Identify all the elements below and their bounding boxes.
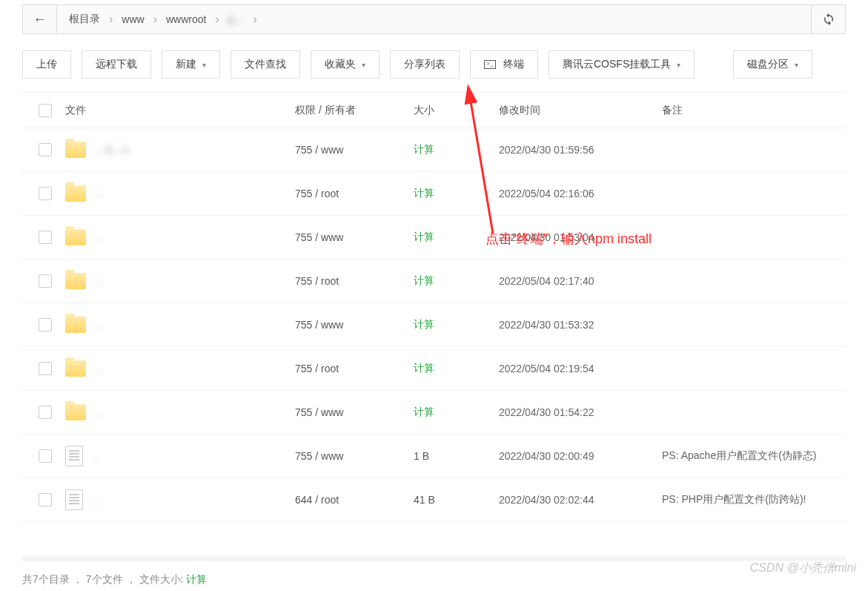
file-name[interactable]: … bbox=[90, 450, 135, 462]
terminal-button[interactable]: 终端 bbox=[470, 50, 538, 79]
crumb-redacted[interactable]: p… bbox=[224, 13, 249, 25]
file-name[interactable]: … bbox=[93, 275, 138, 287]
disk-partition-button[interactable]: 磁盘分区▾ bbox=[733, 50, 812, 79]
modified-time: 2022/05/04 02:16:06 bbox=[493, 188, 656, 199]
col-remark[interactable]: 备注 bbox=[656, 104, 846, 117]
file-count: 7个文件 bbox=[86, 573, 123, 587]
file-name[interactable]: … bbox=[93, 231, 138, 243]
cosfs-label: 腾讯云COSFS挂载工具 bbox=[563, 58, 671, 71]
size-cell: 41 B bbox=[408, 494, 493, 506]
folder-icon bbox=[65, 229, 86, 245]
horizontal-scrollbar[interactable] bbox=[22, 555, 846, 561]
folder-icon bbox=[65, 404, 86, 420]
size-cell: 1 B bbox=[408, 450, 493, 462]
perm-owner[interactable]: 755 / root bbox=[289, 275, 408, 287]
perm-owner[interactable]: 755 / root bbox=[289, 188, 408, 199]
terminal-icon bbox=[484, 60, 496, 69]
chevron-down-icon: ▾ bbox=[202, 61, 206, 69]
perm-owner[interactable]: 755 / www bbox=[289, 231, 408, 243]
modified-time: 2022/05/04 02:19:54 bbox=[493, 363, 656, 374]
col-name[interactable]: 文件 bbox=[59, 104, 289, 117]
file-name[interactable]: … bbox=[93, 363, 138, 374]
upload-button[interactable]: 上传 bbox=[22, 50, 71, 79]
crumb-root[interactable]: 根目录 bbox=[64, 13, 105, 26]
share-list-button[interactable]: 分享列表 bbox=[390, 50, 460, 79]
row-checkbox[interactable] bbox=[39, 187, 52, 200]
file-search-label: 文件查找 bbox=[245, 58, 286, 71]
row-checkbox[interactable] bbox=[39, 274, 52, 288]
file-name[interactable]: … bbox=[90, 494, 135, 506]
col-perm[interactable]: 权限 / 所有者 bbox=[289, 104, 408, 117]
remote-download-button[interactable]: 远程下载 bbox=[82, 50, 151, 79]
row-checkbox[interactable] bbox=[39, 318, 52, 331]
table-row[interactable]: …755 / www计算2022/04/30 01:53:32 bbox=[22, 303, 846, 347]
table-row[interactable]: …-k…n755 / www计算2022/04/30 01:59:56 bbox=[22, 128, 846, 172]
chevron-right-icon: › bbox=[106, 13, 116, 26]
table-row[interactable]: …755 / www1 B2022/04/30 02:00:49PS: Apac… bbox=[22, 435, 846, 478]
path-bar: ← 根目录 › www › wwwroot › p… › bbox=[22, 4, 846, 34]
size-calc-link[interactable]: 计算 bbox=[186, 573, 207, 587]
select-all-checkbox[interactable] bbox=[39, 104, 52, 117]
table-row[interactable]: …644 / root41 B2022/04/30 02:02:44PS: PH… bbox=[22, 478, 846, 522]
row-checkbox[interactable] bbox=[39, 449, 52, 463]
file-name[interactable]: … bbox=[93, 319, 138, 331]
size-cell[interactable]: 计算 bbox=[408, 318, 493, 331]
cosfs-button[interactable]: 腾讯云COSFS挂载工具▾ bbox=[549, 50, 695, 79]
share-list-label: 分享列表 bbox=[404, 58, 445, 71]
favorites-button[interactable]: 收藏夹▾ bbox=[311, 50, 380, 79]
row-checkbox[interactable] bbox=[39, 362, 52, 375]
perm-owner[interactable]: 755 / www bbox=[289, 450, 408, 462]
chevron-down-icon: ▾ bbox=[795, 61, 798, 69]
size-cell[interactable]: 计算 bbox=[408, 362, 493, 375]
arrow-left-icon: ← bbox=[33, 12, 47, 27]
dir-count: 共7个目录 bbox=[22, 573, 70, 587]
col-mtime[interactable]: 修改时间 bbox=[493, 104, 656, 117]
size-cell[interactable]: 计算 bbox=[408, 143, 493, 156]
perm-owner[interactable]: 644 / root bbox=[289, 494, 408, 506]
folder-icon bbox=[65, 142, 86, 158]
crumb-www[interactable]: www bbox=[117, 13, 148, 25]
perm-owner[interactable]: 755 / www bbox=[289, 144, 408, 156]
table-row[interactable]: …755 / root计算2022/05/04 02:17:40 bbox=[22, 260, 846, 303]
breadcrumb: 根目录 › www › wwwroot › p… › bbox=[57, 5, 811, 33]
folder-icon bbox=[65, 273, 86, 289]
perm-owner[interactable]: 755 / www bbox=[289, 319, 408, 331]
modified-time: 2022/04/30 01:59:56 bbox=[493, 144, 656, 156]
file-name[interactable]: …-k…n bbox=[93, 144, 138, 156]
file-name[interactable]: … bbox=[93, 188, 138, 199]
table-row[interactable]: …755 / www计算2022/04/30 01:54:22 bbox=[22, 391, 846, 435]
status-bar: 共7个目录， 7个文件， 文件大小: 计算 bbox=[22, 573, 207, 587]
file-search-button[interactable]: 文件查找 bbox=[231, 50, 300, 79]
row-checkbox[interactable] bbox=[39, 493, 52, 506]
modified-time: 2022/04/30 01:53:32 bbox=[493, 319, 656, 331]
row-checkbox[interactable] bbox=[39, 143, 52, 156]
new-button[interactable]: 新建▾ bbox=[162, 50, 220, 79]
perm-owner[interactable]: 755 / www bbox=[289, 406, 408, 418]
new-label: 新建 bbox=[176, 58, 196, 71]
size-cell[interactable]: 计算 bbox=[408, 406, 493, 419]
size-label: 文件大小: bbox=[139, 573, 184, 587]
file-name[interactable]: … bbox=[93, 406, 138, 418]
table-row[interactable]: …755 / root计算2022/05/04 02:19:54 bbox=[22, 347, 846, 391]
row-checkbox[interactable] bbox=[39, 231, 52, 244]
chevron-down-icon: ▾ bbox=[362, 61, 365, 69]
folder-icon bbox=[65, 317, 86, 333]
crumb-wwwroot[interactable]: wwwroot bbox=[162, 13, 211, 25]
size-cell[interactable]: 计算 bbox=[408, 274, 493, 288]
file-icon bbox=[65, 446, 83, 466]
size-cell[interactable]: 计算 bbox=[408, 187, 493, 200]
refresh-button[interactable] bbox=[811, 5, 845, 33]
size-cell[interactable]: 计算 bbox=[408, 231, 493, 244]
file-icon bbox=[65, 489, 83, 510]
table-row[interactable]: …755 / root计算2022/05/04 02:16:06 bbox=[22, 172, 846, 216]
table-row[interactable]: …755 / www计算2022/04/30 01:53:04 bbox=[22, 216, 846, 260]
perm-owner[interactable]: 755 / root bbox=[289, 363, 408, 374]
back-button[interactable]: ← bbox=[23, 5, 57, 33]
modified-time: 2022/04/30 01:54:22 bbox=[493, 406, 656, 418]
col-size[interactable]: 大小 bbox=[408, 104, 493, 117]
row-checkbox[interactable] bbox=[39, 406, 52, 419]
modified-time: 2022/04/30 02:00:49 bbox=[493, 450, 656, 462]
folder-icon bbox=[65, 360, 86, 377]
chevron-right-icon: › bbox=[251, 13, 260, 26]
chevron-right-icon: › bbox=[150, 13, 160, 26]
